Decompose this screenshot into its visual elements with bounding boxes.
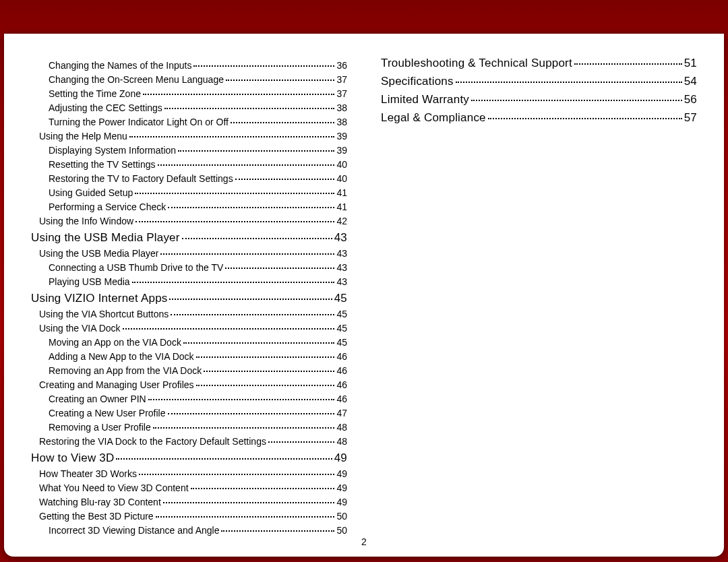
toc-entry[interactable]: Using the USB Media Player43	[31, 248, 347, 259]
toc-leader-dots	[135, 221, 334, 222]
toc-entry-title: Creating an Owner PIN	[49, 394, 146, 404]
toc-entry-title: Adjusting the CEC Settings	[49, 102, 162, 113]
toc-entry-title: Specifications	[381, 75, 454, 88]
toc-leader-dots	[169, 299, 332, 300]
toc-entry-title: Troubleshooting & Technical Support	[381, 57, 572, 70]
toc-leader-dots	[132, 282, 335, 283]
toc-entry-page: 50	[336, 525, 347, 536]
toc-entry[interactable]: Creating and Managing User Profiles46	[31, 379, 347, 390]
toc-leader-dots	[226, 80, 334, 81]
toc-leader-dots	[163, 502, 335, 503]
toc-entry[interactable]: Removing an App from the VIA Dock46	[31, 365, 347, 376]
toc-entry[interactable]: Watching Blu-ray 3D Content49	[31, 497, 347, 507]
toc-entry[interactable]: Specifications54	[381, 75, 697, 88]
toc-entry-page: 45	[336, 337, 347, 348]
toc-leader-dots	[268, 441, 334, 443]
toc-leader-dots	[471, 100, 682, 101]
toc-entry-page: 54	[684, 75, 697, 88]
toc-entry-title: Turning the Power Indicator Light On or …	[49, 117, 229, 127]
toc-leader-dots	[456, 82, 682, 83]
toc-entry[interactable]: Using the VIA Shortcut Buttons45	[31, 309, 347, 319]
toc-entry[interactable]: Performing a Service Check41	[31, 201, 347, 212]
toc-entry-title: Using the Info Window	[39, 216, 133, 226]
toc-leader-dots	[139, 474, 334, 475]
toc-entry-page: 41	[336, 187, 347, 198]
toc-entry[interactable]: Legal & Compliance57	[381, 111, 697, 125]
toc-entry-page: 37	[336, 74, 347, 85]
toc-entry-page: 43	[336, 276, 347, 287]
toc-entry-title: Removing an App from the VIA Dock	[49, 365, 202, 376]
toc-entry[interactable]: Changing the On-Screen Menu Language37	[31, 74, 347, 85]
toc-entry[interactable]: Limited Warranty56	[381, 93, 697, 106]
toc-entry[interactable]: Resetting the TV Settings40	[31, 159, 347, 170]
toc-entry[interactable]: Troubleshooting & Technical Support51	[381, 57, 697, 70]
toc-entry[interactable]: Restoring the VIA Dock to the Factory De…	[31, 436, 347, 447]
toc-leader-dots	[164, 108, 335, 109]
toc-entry[interactable]: Using VIZIO Internet Apps45	[31, 292, 347, 305]
toc-leader-dots	[574, 63, 682, 65]
toc-entry[interactable]: Creating an Owner PIN46	[31, 394, 347, 404]
toc-entry[interactable]: Removing a User Profile48	[31, 422, 347, 433]
toc-entry[interactable]: Getting the Best 3D Picture50	[31, 511, 347, 522]
toc-leader-dots	[183, 342, 335, 344]
toc-entry[interactable]: Using the VIA Dock45	[31, 323, 347, 334]
toc-leader-dots	[225, 268, 334, 269]
toc-entry[interactable]: Incorrect 3D Viewing Distance and Angle5…	[31, 525, 347, 536]
toc-entry-title: Changing the Names of the Inputs	[49, 60, 191, 71]
toc-entry-page: 46	[336, 394, 347, 404]
toc-entry[interactable]: Adjusting the CEC Settings38	[31, 102, 347, 113]
toc-leader-dots	[160, 253, 334, 255]
toc-entry[interactable]: Setting the Time Zone37	[31, 88, 347, 99]
toc-entry[interactable]: Turning the Power Indicator Light On or …	[31, 117, 347, 127]
toc-entry[interactable]: Displaying System Information39	[31, 145, 347, 156]
toc-leader-dots	[168, 413, 335, 414]
toc-entry-page: 50	[336, 511, 347, 522]
toc-entry-page: 45	[336, 309, 347, 319]
toc-entry-title: How Theater 3D Works	[39, 468, 137, 479]
toc-entry-page: 39	[336, 131, 347, 142]
toc-leader-dots	[231, 122, 335, 123]
toc-entry-title: Displaying System Information	[49, 145, 176, 156]
toc-entry[interactable]: Playing USB Media43	[31, 276, 347, 287]
toc-entry[interactable]: Using the USB Media Player43	[31, 231, 347, 245]
toc-leader-dots	[129, 136, 335, 137]
toc-entry[interactable]: How to View 3D49	[31, 451, 347, 465]
toc-entry-page: 38	[336, 102, 347, 113]
toc-leader-dots	[153, 427, 335, 429]
page-number: 2	[4, 536, 724, 547]
toc-entry-title: Using the USB Media Player	[39, 248, 158, 259]
toc-entry-page: 48	[336, 436, 347, 447]
toc-leader-dots	[221, 530, 334, 532]
toc-entry-page: 43	[336, 248, 347, 259]
toc-entry-page: 39	[336, 145, 347, 156]
toc-entry-page: 41	[336, 201, 347, 212]
toc-entry[interactable]: How Theater 3D Works49	[31, 468, 347, 479]
toc-entry[interactable]: Using Guided Setup41	[31, 187, 347, 198]
toc-entry[interactable]: Adding a New App to the VIA Dock46	[31, 351, 347, 362]
toc-entry-title: Limited Warranty	[381, 93, 469, 106]
toc-entry-page: 49	[336, 468, 347, 479]
toc-entry-title: Playing USB Media	[49, 276, 130, 287]
toc-entry[interactable]: Using the Help Menu39	[31, 131, 347, 142]
toc-leader-dots	[116, 458, 332, 460]
toc-entry-page: 38	[336, 117, 347, 127]
toc-entry-title: How to View 3D	[31, 451, 114, 465]
toc-leader-dots	[143, 94, 334, 95]
toc-entry-page: 45	[334, 292, 347, 305]
toc-entry[interactable]: Restoring the TV to Factory Default Sett…	[31, 173, 347, 184]
toc-entry[interactable]: Using the Info Window42	[31, 216, 347, 226]
toc-leader-dots	[135, 193, 334, 194]
toc-leader-dots	[158, 164, 335, 166]
toc-leader-dots	[123, 328, 335, 330]
toc-entry-page: 49	[336, 497, 347, 507]
toc-entry-title: Restoring the TV to Factory Default Sett…	[49, 173, 233, 184]
toc-entry-page: 46	[336, 365, 347, 376]
toc-entry[interactable]: Creating a New User Profile47	[31, 408, 347, 418]
toc-entry-title: Using the VIA Dock	[39, 323, 121, 334]
toc-entry-page: 43	[336, 262, 347, 273]
toc-entry[interactable]: Changing the Names of the Inputs36	[31, 60, 347, 71]
toc-entry[interactable]: Moving an App on the VIA Dock45	[31, 337, 347, 348]
toc-entry-page: 37	[336, 88, 347, 99]
toc-entry[interactable]: What You Need to View 3D Content49	[31, 482, 347, 493]
toc-entry[interactable]: Connecting a USB Thumb Drive to the TV43	[31, 262, 347, 273]
